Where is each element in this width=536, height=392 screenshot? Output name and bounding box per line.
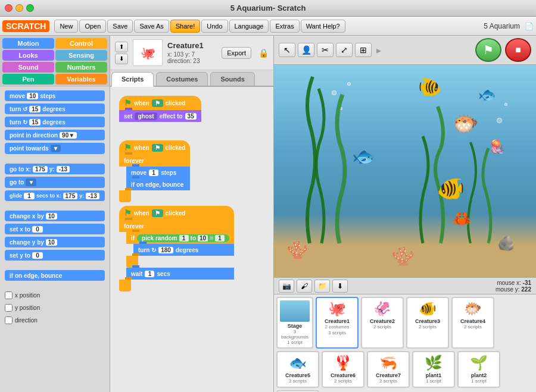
sprite-card-creature6[interactable]: 🦞 Creature6 2 scripts	[322, 351, 364, 388]
sprite-info-4: 2 scripts	[464, 324, 482, 330]
forever-end-1	[119, 190, 131, 202]
category-looks[interactable]: Looks	[2, 50, 54, 61]
green-flag-button[interactable]: ⚑	[475, 38, 501, 62]
help-button[interactable]: Want Help?	[301, 20, 345, 33]
sprite-card-creature3[interactable]: 🐠 Creature3 2 scripts	[406, 297, 449, 349]
main-layout: Motion Control Looks Sensing Sound Numbe…	[0, 36, 536, 392]
sprite-card-creature7[interactable]: 🦐 Creature7 2 scripts	[367, 351, 410, 388]
category-motion[interactable]: Motion	[2, 38, 54, 49]
stage-card[interactable]: Stage 3 backgrounds1 script	[276, 297, 313, 349]
category-sensing[interactable]: Sensing	[55, 50, 107, 61]
tab-scripts[interactable]: Scripts	[111, 72, 154, 87]
set-effect-block[interactable]: set ghost effect to 35	[119, 110, 201, 122]
minimize-button[interactable]	[15, 4, 23, 12]
sprite-card-plant1[interactable]: 🌿 plant1 1 script	[412, 351, 455, 388]
stage-tool-camera[interactable]: 📷	[279, 280, 294, 293]
sprite-info-plant1: 1 script	[426, 378, 441, 384]
y-position-checkbox[interactable]: y position	[5, 303, 105, 313]
sprite-card-creature5[interactable]: 🐟 Creature5 2 scripts	[276, 351, 319, 388]
tool-arrow[interactable]: ↖	[279, 43, 295, 57]
tab-costumes[interactable]: Costumes	[156, 72, 208, 86]
undo-button[interactable]: Undo	[201, 20, 228, 33]
forever-block-1[interactable]: forever	[119, 155, 190, 167]
sprite-thumb-6: 🦞	[334, 355, 352, 371]
tool-person[interactable]: 👤	[298, 43, 314, 57]
bubble	[497, 118, 502, 123]
go-to-xy-block[interactable]: go to x: 175 y: -13	[5, 164, 105, 174]
bubble	[504, 103, 507, 106]
hat-block-3[interactable]: ⚑ when ⚑ clicked	[119, 206, 234, 220]
sprite-header: ⬆ ⬇ 🐙 Creature1 x: 103 y: 7 direction: 2…	[110, 36, 273, 70]
set-x-block[interactable]: set x to 0	[5, 224, 105, 234]
stage-tool-folder[interactable]: 📁	[314, 280, 330, 293]
stage-bottom-tools: 📷 🖌 📁 ⬇	[279, 280, 348, 293]
tab-bar: Scripts Costumes Sounds	[110, 70, 273, 87]
turn-right-block[interactable]: turn ↻ 15 degrees	[5, 117, 105, 127]
tool-expand[interactable]: ⤢	[336, 43, 353, 57]
save-as-button[interactable]: Save As	[134, 20, 169, 33]
sprite-thumb-3: 🐠	[419, 300, 437, 317]
script-3: ⚑ when ⚑ clicked forever if pick random …	[119, 206, 234, 291]
aquarium-scene: 🐠 🐡 🐟 🐠 🐟 🪼 🦀 🪸 🪸 🪨	[274, 65, 536, 277]
stage-tool-import[interactable]: ⬇	[332, 280, 348, 293]
sprite-card-creature2[interactable]: 🦑 Creature2 2 scripts	[361, 297, 404, 349]
mouse-y-value: 222	[521, 286, 531, 293]
stage-controls: ⚑ ■	[475, 38, 531, 62]
stage-thumb	[280, 300, 310, 322]
save-button[interactable]: Save	[107, 20, 133, 33]
project-info: 5 Aquarium 📄	[484, 22, 534, 30]
open-button[interactable]: Open	[79, 20, 106, 33]
sprite-nav-up[interactable]: ⬆	[115, 42, 128, 52]
wait-block[interactable]: wait 1 secs	[126, 268, 234, 280]
sprite-thumb-1: 🐙	[328, 300, 346, 317]
category-control[interactable]: Control	[55, 38, 107, 49]
set-y-block[interactable]: set y to 0	[5, 250, 105, 261]
share-button[interactable]: Share!	[170, 20, 200, 33]
sprite-card-creature1[interactable]: 🐙 Creature1 2 costumes3 scripts	[316, 297, 359, 349]
stage-panel: ↖ 👤 ✂ ⤢ ⊞ ▸ ⚑ ■	[274, 36, 536, 392]
category-pen[interactable]: Pen	[2, 74, 54, 84]
stop-button[interactable]: ■	[505, 38, 531, 62]
scratch-logo: SCRATCH	[2, 20, 49, 32]
x-position-checkbox[interactable]: x position	[5, 290, 105, 300]
bounce-block[interactable]: if on edge, bounce	[5, 270, 105, 281]
turn-180-block[interactable]: turn ↻ 180 degrees	[133, 244, 234, 256]
new-button[interactable]: New	[54, 20, 78, 33]
tool-fullscreen[interactable]: ⊞	[355, 43, 372, 57]
close-button[interactable]	[5, 4, 13, 12]
fish-yellow: 🐡	[452, 112, 479, 137]
maximize-button[interactable]	[26, 4, 34, 12]
move-block[interactable]: move 10 steps	[5, 90, 105, 101]
export-button[interactable]: Export	[222, 47, 251, 59]
category-sound[interactable]: Sound	[2, 62, 54, 73]
fish-small: 🐟	[478, 86, 496, 103]
change-y-block[interactable]: change y by 10	[5, 237, 105, 247]
sprite-card-creature4[interactable]: 🐡 Creature4 2 scripts	[451, 297, 494, 349]
tab-sounds[interactable]: Sounds	[210, 72, 254, 86]
scripts-editor[interactable]: ⚑ when ⚑ clicked set ghost effect to 35 …	[110, 87, 273, 392]
stage-canvas[interactable]: 🐠 🐡 🐟 🐠 🐟 🪼 🦀 🪸 🪸 🪨	[274, 65, 536, 277]
turn-left-block[interactable]: turn ↺ 15 degrees	[5, 104, 105, 114]
change-x-block[interactable]: change x by 10	[5, 211, 105, 221]
glide-block[interactable]: glide 1 secs to x: 175 y: -13	[5, 190, 105, 201]
sprite-name-plant1: plant1	[426, 372, 442, 378]
stage-card-info: 3 backgrounds1 script	[280, 329, 310, 345]
sprite-card-plant2[interactable]: 🌱 plant2 1 script	[457, 351, 500, 388]
bubble	[332, 90, 336, 95]
sprite-info-1: 2 costumes3 scripts	[325, 324, 350, 337]
go-to-block[interactable]: go to ▼	[5, 177, 105, 188]
stage-tool-paint[interactable]: 🖌	[297, 280, 312, 293]
bounce-1-block[interactable]: if on edge, bounce	[126, 178, 190, 190]
extras-button[interactable]: Extras	[270, 20, 299, 33]
point-direction-block[interactable]: point in direction 90▼	[5, 130, 105, 140]
category-numbers[interactable]: Numbers	[55, 62, 107, 73]
block-palette: move 10 steps turn ↺ 15 degrees turn ↻ 1…	[0, 87, 110, 392]
window-title: 5 Aquarium- Scratch	[230, 4, 306, 12]
language-button[interactable]: Language	[229, 20, 269, 33]
category-variables[interactable]: Variables	[55, 74, 107, 84]
point-towards-block[interactable]: point towards ▼	[5, 143, 105, 154]
tool-scissors[interactable]: ✂	[317, 43, 334, 57]
direction-checkbox[interactable]: direction	[5, 315, 105, 325]
fish-goldfish: 🐠	[418, 76, 442, 98]
sprite-nav-down[interactable]: ⬇	[115, 54, 128, 64]
